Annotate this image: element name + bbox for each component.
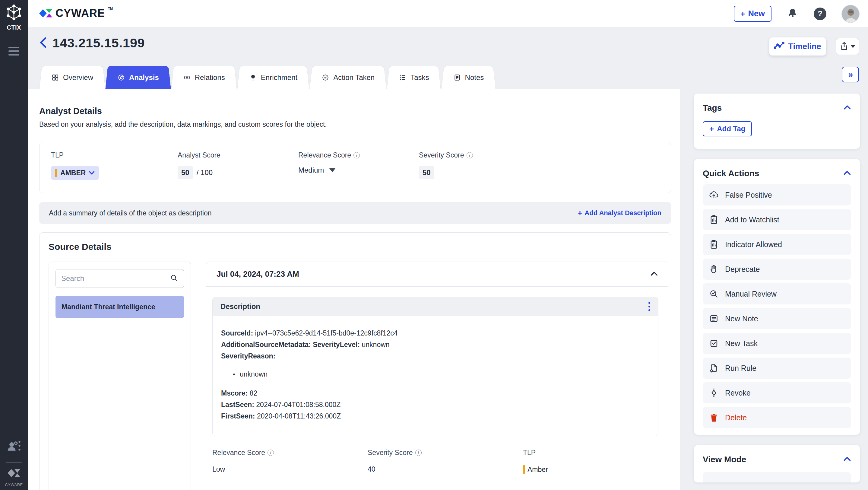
user-settings-icon[interactable]: [6, 438, 22, 455]
rail-divider: [6, 462, 22, 463]
analyst-score-column: Analyst Score 50 / 100: [178, 151, 298, 193]
export-button[interactable]: [836, 38, 859, 55]
clipboard-icon: [709, 239, 719, 249]
quick-action-new-note[interactable]: New Note: [703, 308, 851, 329]
chevron-down-icon: [89, 171, 95, 175]
quick-action-manual-review[interactable]: Manual Review: [703, 283, 851, 304]
note-icon: [709, 313, 719, 324]
caret-down-icon: [850, 45, 855, 48]
source-details-card: Source Details Mandiant Threat Intellige…: [39, 232, 671, 490]
analyst-score-value[interactable]: 50: [178, 166, 193, 179]
description-body: SourceId: ipv4--073c5e62-9d14-51f5-bd0e-…: [213, 316, 658, 436]
trash-icon: [709, 412, 719, 423]
rail-brand-label: CYWARE: [5, 483, 23, 487]
description-card-header: Description: [213, 297, 658, 316]
source-item-selected[interactable]: Mandiant Threat Intelligence: [56, 296, 184, 318]
hamburger-menu-icon[interactable]: [8, 47, 19, 56]
description-card: Description SourceId: ipv4--073c5e62-9d1…: [212, 297, 658, 436]
chevron-up-icon[interactable]: [843, 171, 851, 177]
right-sidebar: Tags + Add Tag Quick Actions: [694, 94, 860, 490]
view-mode-option[interactable]: [703, 472, 851, 483]
source-search: [56, 269, 184, 288]
user-avatar[interactable]: [841, 5, 860, 23]
analyst-details-subheading: Based on your analysis, add the descript…: [39, 120, 671, 128]
kebab-menu-icon[interactable]: [648, 302, 650, 311]
source-detail-panel: Jul 04, 2024, 07:23 AM Description Sourc…: [206, 262, 668, 490]
page-title: 143.215.15.199: [53, 36, 145, 51]
new-button[interactable]: + New: [734, 6, 772, 22]
quick-action-delete[interactable]: Delete: [703, 407, 851, 428]
back-chevron-icon[interactable]: [39, 36, 47, 50]
source-details-heading: Source Details: [49, 242, 668, 252]
tab-analysis[interactable]: Analysis: [105, 66, 171, 89]
severity-score-value[interactable]: 50: [419, 166, 434, 179]
tab-relations[interactable]: Relations: [171, 66, 237, 89]
tlp-column: TLP AMBER: [51, 151, 178, 193]
tab-notes[interactable]: Notes: [441, 66, 496, 89]
analyst-score-label: Analyst Score: [178, 151, 220, 159]
add-analyst-description-button[interactable]: + Add Analyst Description: [578, 209, 661, 217]
relevance-field: Relevance Score i Low: [212, 449, 368, 474]
quick-action-new-task[interactable]: New Task: [703, 333, 851, 354]
quick-action-run-rule[interactable]: Run Rule: [703, 358, 851, 379]
info-icon[interactable]: i: [268, 450, 274, 456]
notifications-bell-icon[interactable]: [786, 7, 799, 21]
cloud-upload-icon: [709, 190, 719, 200]
left-rail: CTIX CYWARE: [0, 0, 28, 490]
quick-action-revoke[interactable]: Revoke: [703, 382, 851, 403]
quick-action-add-to-watchlist[interactable]: Add to Watchlist: [703, 209, 851, 230]
source-list-panel: Mandiant Threat Intelligence: [49, 262, 191, 490]
tab-action-taken[interactable]: Action Taken: [309, 66, 386, 89]
double-chevron-right-icon: »: [848, 70, 852, 79]
help-icon[interactable]: ?: [814, 7, 826, 20]
relevance-score-dropdown[interactable]: Medium: [298, 166, 419, 174]
cyware-mark-icon: [39, 6, 53, 22]
collapse-sidebar-button[interactable]: »: [842, 67, 859, 82]
quick-actions-title: Quick Actions: [703, 169, 759, 178]
tlp-amber-bar: [55, 169, 57, 177]
analysis-icon: [117, 73, 125, 82]
description-title: Description: [220, 302, 260, 311]
chevron-up-icon[interactable]: [843, 457, 851, 463]
quick-action-deprecate[interactable]: Deprecate: [703, 258, 851, 280]
info-icon[interactable]: i: [415, 450, 422, 456]
info-icon[interactable]: i: [353, 152, 360, 158]
grid-icon: [51, 73, 59, 82]
top-header: CYWARE TM + New ?: [28, 0, 868, 28]
tab-enrichment[interactable]: Enrichment: [237, 66, 309, 89]
ctix-app: CTIX CYWARE: [0, 0, 868, 490]
timeline-chart-icon: [774, 42, 784, 52]
tlp-field: TLP Amber: [523, 449, 658, 474]
relations-icon: [183, 73, 191, 82]
tab-overview[interactable]: Overview: [39, 66, 105, 89]
source-search-input[interactable]: [61, 274, 170, 283]
ctix-logo[interactable]: CTIX: [6, 4, 22, 31]
source-entry-header[interactable]: Jul 04, 2024, 07:23 AM: [206, 262, 668, 287]
tab-tasks[interactable]: Tasks: [386, 66, 441, 89]
severity-score-column: Severity Score i 50: [419, 151, 539, 193]
severity-score-label: Severity Score: [419, 151, 464, 159]
relevance-score-value: Medium: [298, 166, 324, 174]
relevance-field-value: Low: [212, 465, 368, 473]
analysis-panel: Analyst Details Based on your analysis, …: [28, 89, 680, 490]
severity-reason-list: unknown: [233, 370, 650, 378]
view-mode-title: View Mode: [703, 455, 746, 464]
tlp-dropdown[interactable]: AMBER: [51, 166, 99, 180]
info-icon[interactable]: i: [467, 152, 473, 158]
chevron-up-icon[interactable]: [651, 271, 658, 277]
tags-card: Tags + Add Tag: [694, 94, 860, 149]
add-tag-button[interactable]: + Add Tag: [703, 121, 752, 136]
quick-action-indicator-allowed[interactable]: Indicator Allowed: [703, 234, 851, 255]
ctix-cube-icon: [6, 4, 22, 22]
severity-field-value: 40: [368, 465, 523, 473]
tlp-field-value: Amber: [527, 465, 548, 474]
analyst-description-bar: Add a summary of details of the object a…: [39, 202, 671, 224]
task-check-icon: [709, 338, 719, 348]
quick-action-false-positive[interactable]: False Positive: [703, 184, 851, 206]
chevron-up-icon[interactable]: [843, 105, 851, 111]
source-entry-date: Jul 04, 2024, 07:23 AM: [217, 270, 299, 279]
detail-tabs: Overview Analysis Relations Enrichment A…: [39, 66, 496, 89]
plus-icon: +: [740, 10, 745, 18]
search-icon[interactable]: [170, 274, 178, 283]
timeline-button[interactable]: Timeline: [769, 37, 826, 56]
